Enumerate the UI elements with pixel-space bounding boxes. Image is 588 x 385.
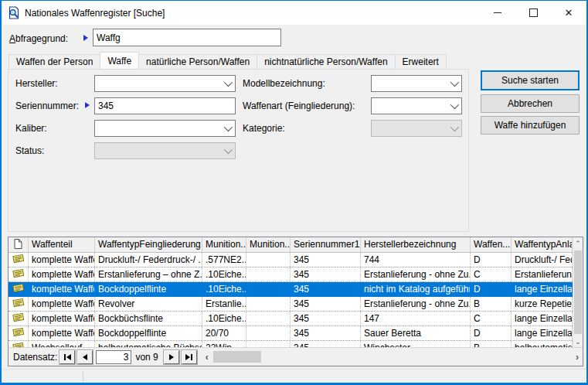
- grid-cell: Erstanlieferung –: [512, 267, 573, 281]
- grid-cell: Revolver: [95, 297, 202, 311]
- app-window: Nationales Waffenregister [Suche] ✕ Abfr…: [0, 0, 588, 385]
- record-navigator-label: Datensatz:: [13, 352, 57, 363]
- grid-cell: komplette Waffe: [29, 253, 95, 267]
- grid-cell: Erstanlieferung - ohne Zu...: [361, 297, 471, 311]
- horizontal-scrollbar[interactable]: ‹ ›: [203, 350, 581, 363]
- grid-cell: kurze Repetier-S: [512, 297, 573, 311]
- grid-cell: komplette Waffe: [29, 267, 95, 281]
- first-record-icon: [64, 354, 66, 360]
- grid-cell: lange Einzellader: [512, 312, 573, 325]
- grid-cell: 22Win...: [202, 341, 246, 347]
- vertical-scrollbar-thumb[interactable]: [574, 250, 582, 334]
- table-row[interactable]: Wechsellaufhalbautomatische Büchse22Win.…: [8, 341, 573, 347]
- kaliber-combobox[interactable]: [94, 120, 236, 137]
- current-record-input[interactable]: 3: [96, 350, 131, 364]
- window-title: Nationales Waffenregister [Suche]: [25, 8, 165, 19]
- chevron-down-icon: [450, 78, 459, 87]
- record-icon: [8, 282, 29, 296]
- grid-cell: Bockdoppelflinte: [95, 282, 202, 296]
- table-row[interactable]: komplette WaffeDruckluft-/ Federdruck-/ …: [8, 253, 573, 267]
- column-header-2[interactable]: Munition...: [202, 237, 246, 252]
- scroll-right-icon[interactable]: ›: [573, 353, 581, 362]
- tab-1[interactable]: Waffe: [100, 52, 139, 70]
- scroll-up-icon[interactable]: ⌃: [573, 237, 583, 249]
- app-icon: [7, 6, 20, 19]
- cancel-button[interactable]: Abbrechen: [481, 94, 580, 113]
- grid-cell: [246, 253, 291, 267]
- column-header-6[interactable]: Waffen...: [471, 237, 512, 252]
- waffenart-label: Waffenart (Feingliederung):: [243, 101, 355, 111]
- note-icon: [12, 268, 25, 281]
- note-icon: [12, 312, 25, 325]
- document-icon: [14, 239, 22, 251]
- minimize-button[interactable]: [480, 1, 515, 25]
- record-count-label: von 9: [135, 352, 158, 363]
- chevron-down-icon: [224, 78, 233, 87]
- chevron-down-icon: [224, 123, 233, 131]
- last-record-button[interactable]: [182, 350, 197, 364]
- first-record-button[interactable]: [59, 350, 75, 364]
- chevron-down-icon: [450, 123, 459, 131]
- next-record-icon: [169, 354, 174, 360]
- next-record-button[interactable]: [164, 350, 179, 364]
- grid-cell: Druckluft-/ Federdruck-/ ...: [95, 253, 202, 267]
- grid-cell: halbautomatisch: [512, 341, 573, 347]
- maximize-button[interactable]: [515, 1, 551, 25]
- table-row[interactable]: komplette WaffeBockdoppelflinte20/70345S…: [8, 326, 573, 341]
- column-header-7[interactable]: WaffentypAnlage: [512, 237, 573, 252]
- tab-2[interactable]: natürliche Person/Waffen: [138, 54, 257, 70]
- grid-cell: 345: [291, 326, 361, 340]
- grid-cell: [246, 267, 291, 281]
- column-header-1[interactable]: WaffentypFeingliederung: [95, 237, 202, 252]
- required-arrow-icon: [85, 102, 90, 108]
- vertical-scrollbar[interactable]: ⌃ ⌄: [573, 237, 583, 347]
- horizontal-scrollbar-thumb[interactable]: [213, 351, 261, 363]
- grid-cell: D: [471, 253, 512, 267]
- waffenart-combobox[interactable]: [371, 97, 462, 114]
- hersteller-combobox[interactable]: [94, 75, 236, 92]
- grid-cell: 20/70: [202, 326, 246, 340]
- title-bar: Nationales Waffenregister [Suche] ✕: [2, 1, 586, 25]
- column-header-0[interactable]: Waffenteil: [29, 237, 95, 252]
- column-header-4[interactable]: Seriennummer1: [291, 237, 361, 252]
- query-reason-input[interactable]: [93, 29, 281, 46]
- seriennummer-label: Seriennummer:: [15, 101, 79, 111]
- tab-3[interactable]: nichtnatürliche Person/Waffen: [257, 54, 395, 70]
- results-grid: WaffenteilWaffentypFeingliederungMunitio…: [8, 237, 583, 366]
- grid-cell: D: [471, 282, 512, 296]
- column-header-5[interactable]: Herstellerbezeichnung: [361, 237, 471, 252]
- hersteller-label: Hersteller:: [15, 78, 58, 89]
- maximize-icon: [529, 9, 538, 17]
- search-button[interactable]: Suche starten: [481, 70, 580, 90]
- scroll-down-icon[interactable]: ⌄: [573, 336, 583, 347]
- grid-cell: C: [471, 267, 512, 281]
- grid-cell: Bockdoppelflinte: [95, 326, 202, 340]
- note-icon: [12, 298, 25, 310]
- column-header-3[interactable]: Munition...: [246, 237, 291, 252]
- grid-cell: Erstanlie...: [202, 297, 246, 311]
- record-icon: [8, 267, 29, 281]
- previous-record-button[interactable]: [77, 350, 93, 364]
- grid-cell: nicht im Katalog aufgeführ...: [361, 282, 471, 296]
- tab-0[interactable]: Waffen der Person: [8, 54, 100, 70]
- record-icon: [8, 326, 29, 340]
- record-icon: [8, 341, 29, 347]
- grid-cell: 345: [291, 267, 361, 281]
- status-bar: [2, 369, 586, 383]
- tab-4[interactable]: Erweitert: [395, 54, 447, 70]
- grid-cell: B: [471, 341, 512, 347]
- grid-cell: lange Einzellader: [512, 326, 573, 340]
- table-row[interactable]: komplette WaffeBockdoppelflinte.10Eiche.…: [8, 282, 573, 297]
- close-button[interactable]: ✕: [551, 1, 586, 25]
- note-icon: [12, 254, 25, 266]
- scroll-left-icon[interactable]: ‹: [203, 353, 211, 362]
- table-row[interactable]: komplette WaffeBockbüchsflinte.10Eiche..…: [8, 312, 573, 326]
- table-row[interactable]: komplette WaffeRevolverErstanlie...345Er…: [8, 297, 573, 312]
- seriennummer-input[interactable]: [94, 97, 236, 114]
- table-row[interactable]: komplette WaffeErstanlieferung – ohne Z.…: [8, 267, 573, 282]
- grid-cell: C: [471, 312, 512, 325]
- add-weapon-button[interactable]: Waffe hinzufügen: [481, 116, 580, 135]
- grid-cell: D: [471, 326, 512, 340]
- modellbezeichnung-combobox[interactable]: [371, 75, 462, 92]
- note-icon: [12, 342, 25, 347]
